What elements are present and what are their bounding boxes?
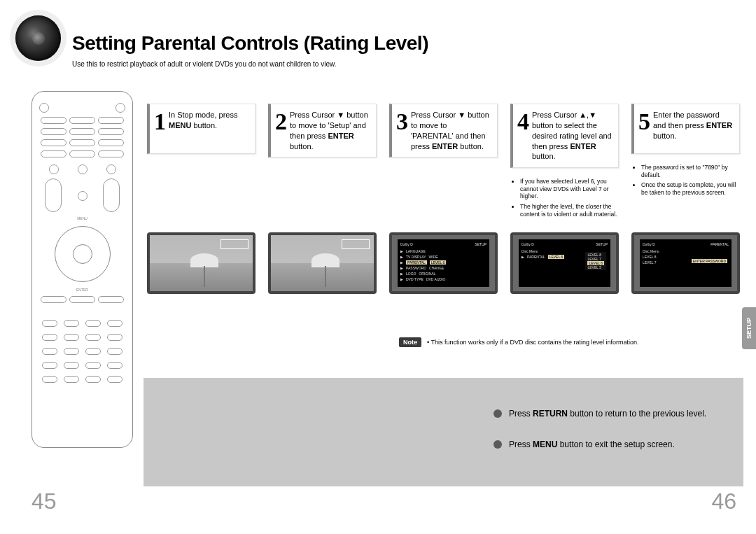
screenshot-2 bbox=[268, 232, 377, 294]
step-4-bullets: If you have selected Level 6, you cannot… bbox=[510, 178, 619, 218]
step-5-bullets: The password is set to "7890" by default… bbox=[631, 164, 740, 197]
bullet-icon bbox=[493, 440, 502, 449]
speaker-decoration bbox=[15, 15, 61, 61]
step-number: 3 bbox=[396, 110, 408, 134]
screenshots-row: Dolby DSETUP ▶LANGUAGE ▶TV DISPLAYWIDE ▶… bbox=[147, 232, 740, 294]
step-number: 2 bbox=[275, 110, 287, 134]
step-text: Press Cursor ▼ button to move to 'Setup'… bbox=[290, 110, 370, 151]
page-title: Setting Parental Controls (Rating Level) bbox=[72, 32, 428, 55]
setup-tab: SETUP bbox=[742, 307, 756, 349]
step-number: 5 bbox=[638, 110, 650, 134]
step-text: In Stop mode, press MENU button. bbox=[169, 110, 249, 131]
step-1: 1 In Stop mode, press MENU button. bbox=[147, 104, 255, 220]
page-subtitle: Use this to restrict playback of adult o… bbox=[72, 60, 336, 68]
dpad bbox=[55, 226, 111, 282]
screenshot-4: Dolby DSETUP Disc Menu ▶PARENTALLEVEL 6 … bbox=[510, 232, 619, 294]
step-number: 1 bbox=[154, 110, 166, 134]
step-5: 5 Enter the password and then press ENTE… bbox=[631, 104, 740, 220]
page-number-left: 45 bbox=[31, 489, 57, 514]
remote-illustration: MENU ENTER bbox=[31, 91, 133, 448]
step-4: 4 Press Cursor ▲,▼ button to select the … bbox=[510, 104, 619, 220]
screenshot-3: Dolby DSETUP ▶LANGUAGE ▶TV DISPLAYWIDE ▶… bbox=[389, 232, 498, 294]
note-text: • This function works only if a DVD disc… bbox=[427, 339, 639, 346]
step-text: Enter the password and then press ENTER … bbox=[653, 110, 734, 141]
bottom-panel: Press RETURN button to return to the pre… bbox=[144, 378, 743, 486]
return-instruction: Press RETURN button to return to the pre… bbox=[493, 409, 743, 419]
step-3: 3 Press Cursor ▼ button to move to 'PARE… bbox=[389, 104, 498, 220]
page-number-right: 46 bbox=[711, 489, 736, 514]
bullet-icon bbox=[493, 409, 502, 418]
note-row: Note • This function works only if a DVD… bbox=[399, 337, 639, 347]
step-text: Press Cursor ▼ button to move to 'PARENT… bbox=[411, 110, 491, 151]
step-number: 4 bbox=[517, 110, 529, 134]
screenshot-5: Dolby DPARENTAL Disc Menu LEVEL 8 LEVEL … bbox=[631, 232, 740, 294]
note-badge: Note bbox=[399, 337, 421, 347]
step-text: Press Cursor ▲,▼ button to select the de… bbox=[532, 110, 612, 162]
screenshot-1 bbox=[147, 232, 255, 294]
step-2: 2 Press Cursor ▼ button to move to 'Setu… bbox=[268, 104, 377, 220]
menu-instruction: Press MENU button to exit the setup scre… bbox=[493, 440, 743, 449]
steps-row: 1 In Stop mode, press MENU button. 2 Pre… bbox=[147, 104, 746, 220]
